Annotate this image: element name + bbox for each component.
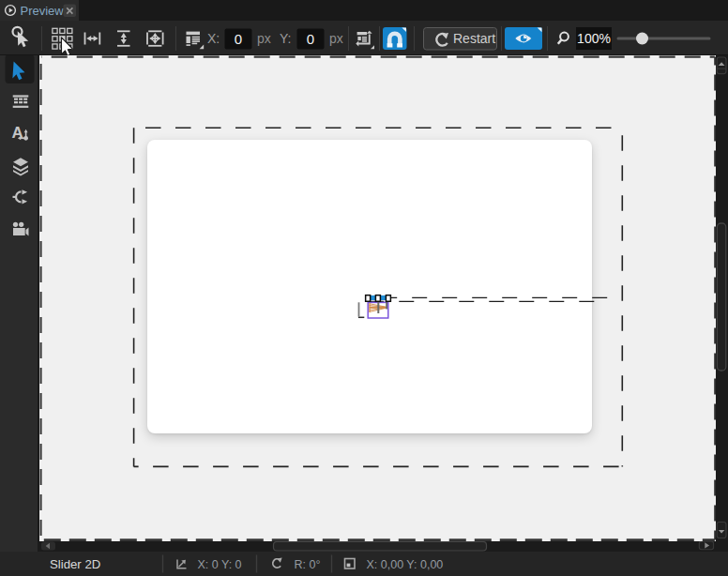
svg-text:Slider 2D: Slider 2D (50, 557, 100, 571)
svg-text:Restart: Restart (453, 31, 495, 46)
svg-text:X: 0 Y: 0: X: 0 Y: 0 (198, 558, 242, 571)
svg-text:0: 0 (307, 31, 314, 47)
svg-text:X: 0,00 Y: 0,00: X: 0,00 Y: 0,00 (367, 558, 444, 571)
svg-text:100%: 100% (577, 31, 611, 46)
svg-text:px: px (257, 31, 271, 46)
svg-text:X:: X: (207, 31, 220, 46)
svg-text:px: px (329, 31, 343, 46)
svg-text:Y:: Y: (280, 31, 291, 46)
svg-text:R: 0°: R: 0° (295, 558, 321, 571)
svg-text:Preview: Preview (21, 4, 65, 18)
svg-text:0: 0 (235, 31, 242, 47)
